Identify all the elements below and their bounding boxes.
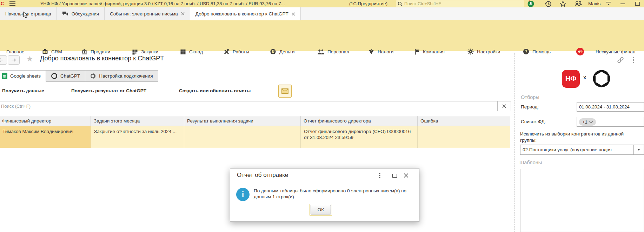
table-search-input[interactable]: Поиск (Ctrl+F) <box>0 101 511 111</box>
navigation-buttons <box>0 55 20 65</box>
exclude-group-label-line2: группы: <box>520 138 644 143</box>
cell-task[interactable]: Закрытие отчетности за июль 2024 ... <box>91 126 184 148</box>
logo-x-separator: x <box>583 74 586 81</box>
collapse-panel-icon[interactable] <box>606 0 611 7</box>
dialog-more-icon[interactable] <box>379 173 380 178</box>
main-menu-icon[interactable] <box>9 1 15 6</box>
subtab-google-sheets[interactable]: Google sheets <box>0 70 46 82</box>
window-titlebar: 1С УНФ НФ / Управление нашей фирмой, ред… <box>0 0 644 8</box>
close-icon <box>502 104 506 108</box>
clear-search-button[interactable] <box>497 101 511 111</box>
ribbon-item-settings[interactable]: Настройки <box>467 48 500 55</box>
exclude-group-label-line1: Исключить из выборки контрагентов из дан… <box>520 131 644 137</box>
more-actions-icon[interactable] <box>632 56 635 64</box>
fd-list-label: Список ФД: <box>521 119 546 124</box>
ok-button[interactable]: ОК <box>311 205 331 214</box>
column-header[interactable]: Отчет финансового директора <box>301 116 418 126</box>
ribbon-item-taxes[interactable]: Налоги <box>368 48 393 55</box>
ribbon-item-warehouse[interactable]: Склад <box>180 48 203 55</box>
dialog-message: По данным таблицы было сформировано 0 эл… <box>254 188 410 200</box>
openai-icon <box>51 73 58 79</box>
page-title: Добро пожаловать в коннектор к ChatGPT <box>40 55 164 62</box>
ribbon-item-main[interactable]: Главное <box>6 48 25 55</box>
fd-list-input[interactable]: +1 <box>577 117 644 127</box>
panel-splitter[interactable] <box>514 53 515 232</box>
forward-button[interactable] <box>8 55 20 65</box>
warehouse-icon <box>180 49 186 55</box>
current-user[interactable]: Maxis <box>588 0 600 7</box>
tab-discussions[interactable]: Обсуждения <box>57 7 105 20</box>
dialog-close-icon[interactable] <box>404 173 409 178</box>
ok-button-focus-ring: ОК <box>310 204 332 216</box>
ribbon-item-money[interactable]: Деньги <box>270 48 295 55</box>
create-update-reports-button[interactable]: Создать или обновить отчеты <box>179 88 251 93</box>
back-button[interactable] <box>0 55 7 65</box>
window-title: УНФ НФ / Управление нашей фирмой, редакц… <box>40 1 285 6</box>
chevron-down-icon <box>589 119 593 123</box>
support-service-icon[interactable] <box>527 0 535 7</box>
ribbon-item-sales[interactable]: Продажи <box>81 48 110 55</box>
templates-group-title: Шаблоны <box>519 160 542 165</box>
ribbon-item-neskuchnye-finansy[interactable]: НФ Нескучные финан <box>576 48 635 55</box>
cell-fd[interactable]: Тимаков Максим Владимирович <box>0 126 91 148</box>
send-emails-button[interactable] <box>278 85 292 98</box>
sections-ribbon: Главное CRM Продажи Закупки Склад Работы… <box>0 20 644 51</box>
favorites-star-icon[interactable] <box>559 0 566 7</box>
tab-events-emails[interactable]: События: электронные письма <box>105 7 190 20</box>
filters-group-title: Отборы <box>521 94 539 100</box>
close-icon[interactable] <box>181 12 185 15</box>
exclude-group-dropdown-button[interactable] <box>633 145 644 155</box>
period-input[interactable]: 01.08.2024 - 31.08.2024 <box>577 102 644 112</box>
envelope-icon <box>281 88 288 94</box>
column-header[interactable]: Результат выполнения задачи <box>184 116 301 126</box>
exclude-group-select[interactable]: 02.Поставщики услуг (внутренние подря <box>520 145 634 155</box>
get-chatgpt-result-button[interactable]: Получить результат от ChatGPT <box>71 88 146 93</box>
history-icon[interactable] <box>545 0 552 7</box>
ribbon-item-crm[interactable]: CRM <box>42 48 62 55</box>
column-header[interactable]: Ошибка <box>418 116 510 126</box>
ribbon-item-works[interactable]: Работы <box>224 48 249 55</box>
nf-logo: НФ <box>562 70 580 88</box>
sales-icon <box>81 49 87 55</box>
dialog-maximize-icon[interactable] <box>392 174 397 178</box>
cell-report[interactable]: Отчет финансового директора (CFO) 000000… <box>301 126 418 148</box>
ribbon-item-staff[interactable]: Персонал <box>317 48 349 55</box>
ribbon-item-purchases[interactable]: Закупки <box>132 48 158 55</box>
mouse-cursor <box>23 12 28 18</box>
column-header[interactable]: Финансовый директор <box>0 116 91 126</box>
dialog-title: Отчет об отправке <box>237 172 288 179</box>
fd-list-chip[interactable]: +1 <box>579 118 596 126</box>
users-icon[interactable] <box>574 0 582 7</box>
openai-logo <box>592 69 611 88</box>
global-search-input[interactable]: Поиск Ctrl+Shift+F <box>396 0 524 7</box>
table-search-placeholder: Поиск (Ctrl+F) <box>0 104 497 109</box>
templates-list[interactable] <box>520 169 644 232</box>
global-search-placeholder: Поиск Ctrl+Shift+F <box>404 1 441 6</box>
ribbon-item-help[interactable]: ? Помощь <box>523 48 551 55</box>
favorite-star-icon[interactable]: ★ <box>26 54 33 64</box>
get-data-button[interactable]: Получить данные <box>2 88 44 93</box>
staff-icon <box>317 49 324 55</box>
company-icon <box>414 49 420 55</box>
gear-icon <box>90 73 96 79</box>
table-row[interactable]: Тимаков Максим Владимирович Закрытие отч… <box>0 126 510 148</box>
taxes-icon <box>368 49 374 55</box>
search-icon <box>398 1 403 6</box>
1c-logo: 1С <box>0 1 4 6</box>
maximize-window-icon[interactable] <box>635 0 640 7</box>
minimize-window-icon[interactable] <box>620 0 625 7</box>
ribbon-item-company[interactable]: Компания <box>414 48 445 55</box>
app-window: 1С УНФ НФ / Управление нашей фирмой, ред… <box>0 0 644 232</box>
svg-text:?: ? <box>525 49 527 54</box>
period-label: Период: <box>521 104 539 110</box>
subtab-connection-settings[interactable]: Настройка подключения <box>85 70 158 82</box>
help-icon: ? <box>523 48 529 55</box>
column-header[interactable]: Задачи этого месяца <box>91 116 184 126</box>
subtab-chatgpt[interactable]: ChatGPT <box>46 70 85 82</box>
cell-result[interactable] <box>184 126 301 148</box>
tab-chatgpt-connector[interactable]: Добро пожаловать в коннектор к ChatGPT <box>190 7 301 20</box>
purchases-icon <box>132 49 138 55</box>
close-icon[interactable] <box>292 12 295 16</box>
cell-error[interactable] <box>418 126 510 148</box>
get-link-icon[interactable] <box>616 56 625 64</box>
